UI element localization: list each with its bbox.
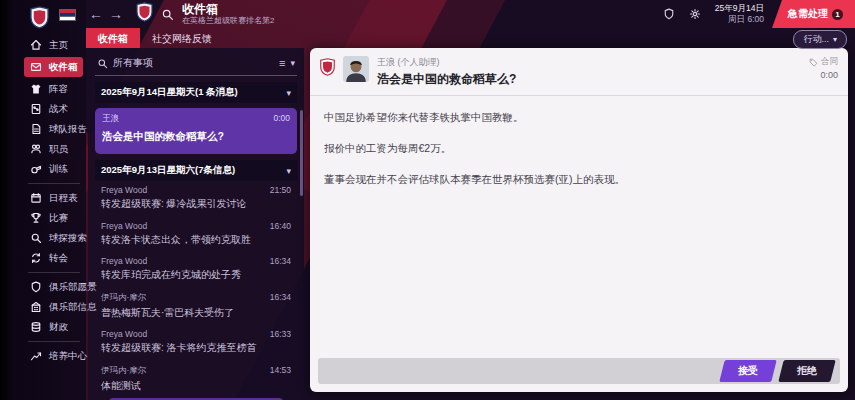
message-reader-panel: 王浪 (个人助理) 浩会是中国的救命稻草么? 合同 0:00 中国足协希望你来代… bbox=[310, 48, 848, 392]
chevron-down-icon: ▾ bbox=[286, 88, 291, 98]
actions-dropdown[interactable]: 行动... ▾ bbox=[793, 30, 847, 49]
accept-button[interactable]: 接受 bbox=[719, 360, 776, 382]
calendar-icon bbox=[30, 192, 42, 204]
sidebar-item-label: 日程表 bbox=[49, 193, 78, 203]
top-bar: ← → 收件箱 在英格兰超级联赛排名第2 25年9月14日 周日 6:00 急需… bbox=[86, 0, 855, 28]
list-scrollbar[interactable] bbox=[300, 110, 303, 196]
sidebar-item-label: 球探搜索 bbox=[49, 233, 87, 243]
message-paragraph: 董事会现在并不会评估球队本赛季在世界杯预选赛(亚)上的表现。 bbox=[324, 172, 834, 188]
message-time: 16:34 bbox=[270, 256, 291, 266]
sidebar-item-trophy[interactable]: 比赛 bbox=[0, 208, 86, 228]
message-subject: 转发超级联赛: 爆冷战果引发讨论 bbox=[101, 198, 291, 211]
continue-urgent-button[interactable]: 急需处理 1 bbox=[772, 0, 855, 28]
shirt-icon bbox=[30, 83, 42, 95]
forward-arrow-icon[interactable]: → bbox=[106, 6, 126, 22]
sidebar-item-staff[interactable]: 职员 bbox=[0, 139, 86, 159]
search-icon[interactable] bbox=[161, 8, 174, 21]
tab-social-feedback[interactable]: 社交网络反馈 bbox=[140, 28, 224, 48]
scout-icon bbox=[30, 232, 42, 244]
sidebar-item-development[interactable]: 培养中心 bbox=[0, 346, 86, 366]
message-group-header[interactable]: 2025年9月14日星期天(1 条消息)▾ bbox=[95, 82, 297, 103]
gear-icon[interactable] bbox=[689, 8, 701, 20]
sidebar-item-scout[interactable]: 球探搜索 bbox=[0, 228, 86, 248]
tab-inbox[interactable]: 收件箱 bbox=[86, 28, 140, 48]
message-header: 王浪 (个人助理) 浩会是中国的救命稻草么? 合同 0:00 bbox=[310, 48, 848, 96]
message-group-header[interactable]: 2025年9月13日星期六(7条信息)▾ bbox=[95, 160, 297, 181]
sidebar-item-label: 培养中心 bbox=[49, 351, 87, 361]
sidebar-divider bbox=[28, 183, 80, 184]
message-time: 21:50 bbox=[270, 185, 291, 195]
urgent-label: 急需处理 bbox=[788, 7, 828, 21]
group-header-label: 2025年9月13日星期六(7条信息) bbox=[101, 164, 235, 177]
message-list-item[interactable]: 伊玛内·摩尔16:34普热梅斯瓦夫·雷巴科夫受伤了 bbox=[95, 288, 297, 326]
message-time: 0:00 bbox=[809, 70, 838, 80]
message-sender: Freya Wood bbox=[101, 329, 147, 339]
sidebar-divider bbox=[28, 341, 80, 342]
message-groups: 2025年9月14日星期天(1 条消息)▾王浪0:00浩会是中国的救命稻草么?2… bbox=[95, 76, 297, 398]
message-sender: 伊玛内·摩尔 bbox=[101, 365, 146, 377]
message-sender: 王浪 bbox=[102, 113, 119, 125]
sidebar-item-label: 比赛 bbox=[49, 213, 68, 223]
list-view-icon[interactable]: ≡ bbox=[279, 57, 285, 69]
message-filter-bar[interactable]: 所有事项 ≡ ▾ bbox=[95, 52, 297, 76]
message-sender: Freya Wood bbox=[101, 256, 147, 266]
urgent-count-badge: 1 bbox=[832, 9, 843, 20]
sidebar-item-label: 主页 bbox=[49, 40, 68, 50]
message-subject: 转发库珀完成在约克城的处子秀 bbox=[101, 269, 291, 282]
sidebar-item-report[interactable]: 球队报告 bbox=[0, 119, 86, 139]
page-subtitle: 在英格兰超级联赛排名第2 bbox=[182, 16, 274, 25]
sidebar-item-label: 职员 bbox=[49, 144, 68, 154]
sidebar-item-finance[interactable]: 财政 bbox=[0, 317, 86, 337]
message-tag: 合同 bbox=[821, 56, 838, 68]
sidebar-item-training[interactable]: 训练 bbox=[0, 159, 86, 179]
sidebar-item-label: 财政 bbox=[49, 322, 68, 332]
chevron-down-icon[interactable]: ▾ bbox=[290, 58, 295, 68]
sidebar-item-calendar[interactable]: 日程表 bbox=[0, 188, 86, 208]
staff-icon bbox=[30, 143, 42, 155]
training-icon bbox=[30, 163, 42, 175]
message-list-item[interactable]: Freya Wood16:34转发库珀完成在约克城的处子秀 bbox=[95, 252, 297, 288]
competition-crest-icon[interactable] bbox=[663, 8, 675, 20]
sidebar-item-label: 俱乐部愿景 bbox=[49, 282, 97, 292]
sidebar-item-home[interactable]: 主页 bbox=[0, 35, 86, 55]
development-icon bbox=[30, 350, 42, 362]
nationality-flag-icon bbox=[59, 6, 76, 21]
message-list-item[interactable]: 伊玛内·摩尔14:53体能测试 bbox=[95, 361, 297, 399]
sender-name[interactable]: 王浪 (个人助理) bbox=[377, 56, 516, 69]
message-time: 14:53 bbox=[270, 365, 291, 377]
club-crest-icon bbox=[30, 6, 49, 29]
message-list-item[interactable]: Freya Wood16:33转发超级联赛: 洛卡将约克推至榜首 bbox=[95, 325, 297, 361]
message-list-item[interactable]: 王浪0:00浩会是中国的救命稻草么? bbox=[95, 108, 297, 154]
sidebar-item-building[interactable]: 俱乐部信息 bbox=[0, 297, 86, 317]
tag-icon bbox=[809, 58, 818, 67]
message-list-item[interactable]: Freya Wood16:40转发洛卡状态出众，带领约克取胜 bbox=[95, 217, 297, 253]
filter-label: 所有事项 bbox=[113, 56, 274, 70]
back-arrow-icon[interactable]: ← bbox=[86, 6, 106, 22]
message-action-bar: 接受 拒绝 bbox=[318, 358, 840, 384]
tactics-icon bbox=[30, 103, 42, 115]
sidebar-menu: 主页收件箱阵容战术球队报告职员训练日程表比赛球探搜索转会俱乐部愿景俱乐部信息财政… bbox=[0, 35, 86, 366]
message-time: 16:34 bbox=[270, 292, 291, 304]
message-time: 0:00 bbox=[273, 113, 290, 125]
sidebar-item-tactics[interactable]: 战术 bbox=[0, 99, 86, 119]
sidebar-item-shirt[interactable]: 阵容 bbox=[0, 79, 86, 99]
sidebar-item-label: 阵容 bbox=[49, 84, 68, 94]
message-paragraph: 报价中的工资为每周€2万。 bbox=[324, 141, 834, 157]
day-time-text: 周日 6:00 bbox=[715, 14, 764, 25]
chevron-down-icon: ▾ bbox=[833, 35, 837, 44]
sender-club-crest-icon bbox=[320, 56, 335, 80]
reject-button[interactable]: 拒绝 bbox=[778, 360, 835, 382]
sidebar: 主页收件箱阵容战术球队报告职员训练日程表比赛球探搜索转会俱乐部愿景俱乐部信息财政… bbox=[0, 0, 86, 400]
message-list-item[interactable]: Freya Wood21:50转发超级联赛: 爆冷战果引发讨论 bbox=[95, 181, 297, 217]
sidebar-item-transfer[interactable]: 转会 bbox=[0, 248, 86, 268]
message-sender: Freya Wood bbox=[101, 185, 147, 195]
tab-bar: 收件箱社交网络反馈 bbox=[86, 28, 855, 48]
building-icon bbox=[30, 301, 42, 313]
transfer-icon bbox=[30, 252, 42, 264]
sidebar-item-shield[interactable]: 俱乐部愿景 bbox=[0, 277, 86, 297]
sidebar-item-label: 球队报告 bbox=[49, 124, 87, 134]
message-subject: 浩会是中国的救命稻草么? bbox=[377, 71, 516, 88]
shield-icon bbox=[30, 281, 42, 293]
message-time: 16:33 bbox=[270, 329, 291, 339]
sidebar-item-inbox[interactable]: 收件箱 bbox=[24, 57, 83, 77]
